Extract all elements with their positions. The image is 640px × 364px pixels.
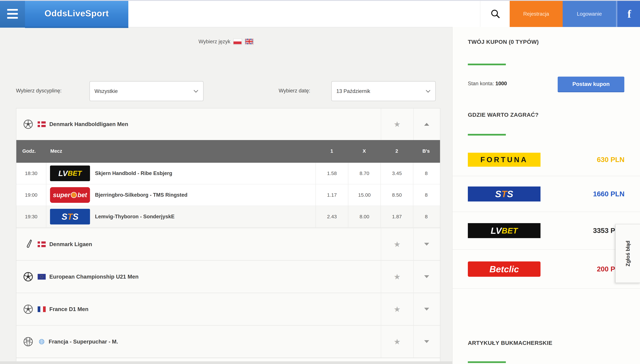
uk-flag-icon[interactable] (245, 39, 254, 45)
menu-button[interactable] (0, 0, 25, 28)
col-header-x: X (348, 148, 381, 154)
table-header-row: Godz. Mecz 1 X 2 B's (16, 140, 440, 163)
odds-2[interactable]: 8.50 (381, 184, 413, 206)
superbet-logo[interactable]: super bet (50, 187, 90, 203)
sidebar: TWÓJ KUPON (0 TYPÓW) Stan konta: 1000 Po… (452, 27, 640, 364)
star-icon: ★ (394, 338, 401, 346)
denmark-flag-icon (38, 122, 46, 127)
match-time: 19:30 (16, 206, 46, 227)
odds-1[interactable]: 1.58 (315, 163, 348, 184)
place-bet-button[interactable]: Postaw kupon (558, 76, 624, 92)
odds-x[interactable]: 15.00 (348, 184, 381, 206)
expand-button[interactable] (413, 228, 440, 260)
star-icon: ★ (394, 120, 401, 128)
page: Rejestracja Logowanie f OddsLiveSport Wy… (0, 0, 640, 364)
green-divider (468, 134, 506, 136)
chevron-down-icon (424, 340, 429, 343)
league-name[interactable]: France D1 Men (49, 306, 89, 312)
league-row-denmark-handboldligaen[interactable]: Denmark Handboldligaen Men ★ (16, 108, 440, 140)
site-logo-text: OddsLiveSport (45, 8, 109, 18)
star-icon: ★ (394, 273, 401, 280)
expand-button[interactable] (413, 326, 440, 358)
search-icon (490, 9, 500, 19)
odds-1[interactable]: 2.43 (315, 206, 348, 227)
site-logo[interactable]: OddsLiveSport (25, 0, 128, 28)
lvbet-logo[interactable]: LV BET (50, 166, 90, 181)
hockey-stick-icon (23, 239, 33, 250)
facebook-icon: f (627, 8, 631, 20)
facebook-button[interactable]: f (616, 1, 640, 27)
sts-logo[interactable]: S T S (468, 186, 540, 202)
login-button[interactable]: Logowanie (563, 1, 616, 27)
match-time: 19:00 (16, 184, 46, 206)
col-header-bs: B's (413, 148, 439, 154)
league-name[interactable]: Francja - Superpuchar - M. (49, 338, 118, 345)
lvbet-logo[interactable]: LV BET (468, 223, 540, 238)
match-row[interactable]: 19:30 S T S Lemvig-Thyboron - Sonderjysk… (16, 206, 440, 228)
bookmaker-row-sts: S T S 1660 PLN (453, 176, 640, 212)
league-row-france-d1[interactable]: France D1 Men ★ (16, 292, 440, 325)
match-name[interactable]: Lemvig-Thyboron - SonderjyskE (95, 214, 174, 220)
report-error-tab[interactable]: Zgłoś błąd (615, 224, 640, 283)
coupon-title: TWÓJ KUPON (0 TYPÓW) (468, 39, 539, 45)
favorite-star-button[interactable]: ★ (381, 293, 413, 325)
eu-flag-icon (38, 274, 46, 280)
bookmaker-row-lvbet: LV BET 3353 PLN (453, 212, 640, 250)
match-name[interactable]: Bjerringbro-Silkeborg - TMS Ringsted (95, 192, 187, 198)
odds-2[interactable]: 3.45 (381, 163, 413, 184)
odds-x[interactable]: 8.70 (348, 163, 381, 184)
favorite-star-button[interactable]: ★ (381, 261, 413, 292)
odds-2[interactable]: 1.87 (381, 206, 413, 227)
league-row-denmark-ligaen[interactable]: Denmark Ligaen ★ (16, 228, 440, 260)
articles-title: ARTYKUŁY BUKMACHERSKIE (468, 340, 552, 346)
collapse-button[interactable] (413, 108, 440, 140)
soccer-ball-icon (23, 272, 33, 282)
balance-value: 1000 (495, 80, 507, 86)
top-border-line (0, 0, 640, 1)
search-button[interactable] (480, 1, 510, 27)
match-time: 18:30 (16, 163, 46, 184)
expand-button[interactable] (413, 293, 440, 325)
match-row[interactable]: 18:30 LV BET Skjern Handbold - Ribe Esbj… (16, 163, 440, 184)
discipline-select-wrap: Wszystkie (90, 81, 203, 101)
league-name[interactable]: European Championship U21 Men (49, 274, 139, 280)
date-select[interactable]: 13 Październik (332, 82, 435, 101)
col-header-time: Godz. (16, 148, 46, 154)
france-flag-icon (38, 306, 46, 312)
league-name[interactable]: Denmark Ligaen (49, 241, 92, 248)
fortuna-amount: 630 PLN (597, 156, 624, 164)
register-button[interactable]: Rejestracja (510, 1, 563, 27)
expand-button[interactable] (413, 261, 440, 292)
fortuna-logo[interactable]: FORTUNA (468, 153, 540, 167)
horizontal-scrollbar[interactable] (0, 361, 452, 364)
odds-1[interactable]: 1.17 (315, 184, 348, 206)
favorite-star-button[interactable]: ★ (381, 108, 413, 140)
account-balance: Stan konta: 1000 (468, 80, 507, 86)
betclic-logo[interactable]: Betclic (468, 262, 540, 277)
discipline-select[interactable]: Wszystkie (90, 82, 203, 101)
league-name[interactable]: Denmark Handboldligaen Men (49, 121, 128, 128)
league-row-francja-superpuchar[interactable]: Francja - Superpuchar - M. ★ (16, 325, 440, 358)
chevron-up-icon (424, 123, 429, 126)
poland-flag-icon[interactable] (233, 39, 242, 45)
col-header-match: Mecz (46, 148, 315, 154)
handball-ball-icon (23, 119, 33, 130)
sts-amount: 1660 PLN (593, 190, 624, 198)
favorite-star-button[interactable]: ★ (381, 228, 413, 260)
favorite-star-button[interactable]: ★ (381, 326, 413, 358)
bookmakers-count: 8 (413, 184, 439, 206)
odds-x[interactable]: 8.00 (348, 206, 381, 227)
match-name[interactable]: Skjern Handbold - Ribe Esbjerg (95, 170, 172, 176)
league-row-european-championship-u21[interactable]: European Championship U21 Men ★ (16, 260, 440, 292)
sts-logo[interactable]: S T S (50, 209, 90, 224)
chevron-down-icon (424, 308, 429, 310)
language-label: Wybierz język (198, 39, 230, 45)
match-row[interactable]: 19:00 super bet Bjerringbro-Silkeborg - … (16, 184, 440, 206)
soccer-ball-icon (23, 304, 33, 314)
bookmaker-row-betclic: Betclic 200 PLN (453, 250, 640, 289)
chevron-down-icon (424, 243, 429, 246)
discipline-filter-label: Wybierz dyscyplinę: (16, 81, 62, 100)
star-icon: ★ (394, 240, 401, 248)
odds-board: Denmark Handboldligaen Men ★ Godz. Mecz … (16, 108, 440, 364)
col-header-2: 2 (381, 148, 413, 154)
